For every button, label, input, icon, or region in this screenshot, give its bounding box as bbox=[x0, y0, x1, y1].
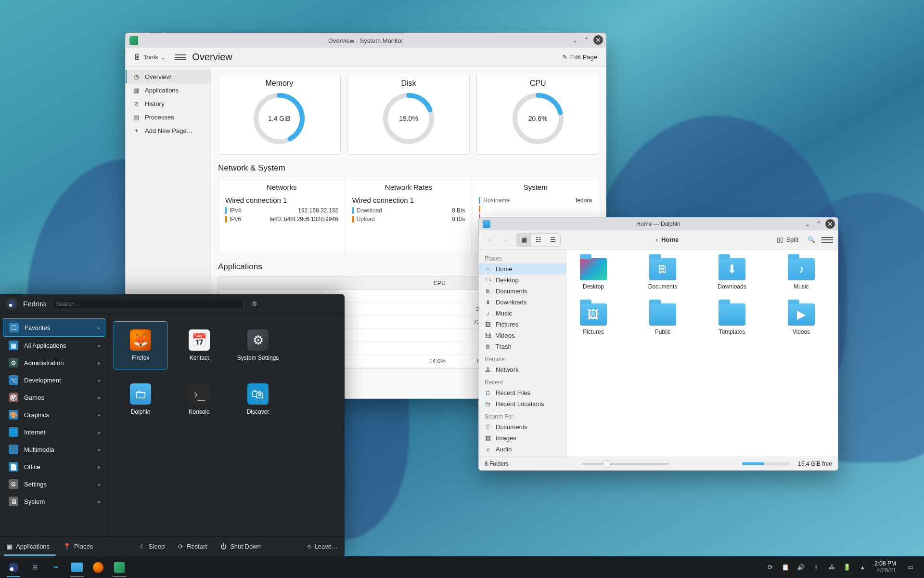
task-dolphin[interactable] bbox=[66, 556, 88, 578]
sidebar-item-history[interactable]: ⧄History bbox=[126, 97, 211, 110]
place-recent-locations[interactable]: 🗀Recent Locations bbox=[479, 398, 566, 409]
foot-sleep[interactable]: ☾Sleep bbox=[140, 543, 165, 550]
task-desktops[interactable]: ⊞ bbox=[24, 556, 45, 578]
app-discover[interactable]: 🛍Discover bbox=[231, 375, 285, 423]
app-dolphin[interactable]: 🗀Dolphin bbox=[114, 375, 167, 423]
folder-icon: ⬇ bbox=[719, 258, 745, 280]
sidebar-item-applications[interactable]: ▦Applications bbox=[126, 83, 211, 97]
network-icon[interactable]: 🖧 bbox=[827, 563, 836, 572]
show-desktop-button[interactable]: ▭ bbox=[900, 556, 921, 578]
task-pinned-1[interactable]: ▪▪ bbox=[45, 556, 66, 578]
menu-button[interactable] bbox=[821, 234, 833, 246]
close-button[interactable]: ✕ bbox=[593, 35, 603, 45]
hamburger-icon[interactable] bbox=[175, 52, 186, 63]
folder-downloads[interactable]: ⬇Downloads bbox=[708, 258, 756, 290]
folder-videos[interactable]: ▶Videos bbox=[777, 303, 825, 335]
cat-all[interactable]: ▦All Applications▸ bbox=[3, 337, 105, 354]
dolphin-titlebar[interactable]: Home — Dolphin ⌄ ⌃ ✕ bbox=[479, 218, 838, 230]
search-documents[interactable]: ☰Documents bbox=[479, 421, 566, 433]
folder-icon: 🗀 bbox=[130, 383, 151, 405]
folder-templates[interactable]: Templates bbox=[708, 303, 756, 335]
forward-button[interactable]: › bbox=[500, 234, 513, 246]
close-button[interactable]: ✕ bbox=[825, 219, 835, 229]
place-downloads[interactable]: ⬇Downloads bbox=[479, 297, 566, 308]
start-button[interactable] bbox=[3, 556, 24, 578]
pin-icon: 📍 bbox=[63, 543, 71, 550]
cat-development[interactable]: ⌥Development▸ bbox=[3, 371, 105, 389]
volume-icon[interactable]: 🔊 bbox=[796, 563, 805, 572]
edit-page-button[interactable]: ✎ Edit Page bbox=[559, 52, 600, 63]
sidebar-item-add-page[interactable]: ＋Add New Page… bbox=[126, 124, 211, 137]
search-audio[interactable]: ♫Audio bbox=[479, 444, 566, 455]
minimize-button[interactable]: ⌄ bbox=[570, 35, 580, 45]
launcher-footer: ▦Applications 📍Places ☾Sleep ⟳Restart ⏻S… bbox=[0, 536, 345, 556]
cat-graphics[interactable]: 🎨Graphics▸ bbox=[3, 406, 105, 423]
tools-menu[interactable]: 🗄 Tools ⌄ bbox=[131, 52, 169, 63]
foot-applications[interactable]: ▦Applications bbox=[7, 543, 50, 550]
bluetooth-icon[interactable]: ᚼ bbox=[812, 563, 821, 572]
music-icon: ♪ bbox=[485, 310, 491, 317]
cat-administration[interactable]: ⚙Administration▸ bbox=[3, 354, 105, 371]
battery-icon[interactable]: 🔋 bbox=[843, 563, 851, 572]
sidebar-item-overview[interactable]: ◷Overview bbox=[126, 70, 211, 83]
cat-favorites[interactable]: ☐Favorites▸ bbox=[3, 318, 105, 337]
search-images[interactable]: 🖼Images bbox=[479, 433, 566, 444]
place-videos[interactable]: 🎞Videos bbox=[479, 330, 566, 341]
compact-view-button[interactable]: ☷ bbox=[531, 234, 546, 246]
app-konsole[interactable]: ›_Konsole bbox=[172, 375, 226, 423]
cat-multimedia[interactable]: 🎵Multimedia▸ bbox=[3, 441, 105, 458]
details-view-button[interactable]: ☰ bbox=[546, 234, 560, 246]
place-network[interactable]: 🖧Network bbox=[479, 364, 566, 375]
cat-system[interactable]: 🖥System▸ bbox=[3, 493, 105, 510]
clipboard-icon[interactable]: 📋 bbox=[781, 563, 790, 572]
task-firefox[interactable] bbox=[88, 556, 109, 578]
zoom-slider[interactable] bbox=[516, 463, 734, 465]
sysmon-titlebar[interactable]: Overview - System Monitor ⌄ ⌃ ✕ bbox=[126, 33, 606, 48]
foot-places[interactable]: 📍Places bbox=[63, 543, 93, 550]
shop-icon: 🛍 bbox=[247, 383, 269, 405]
split-button[interactable]: ▯▯Split bbox=[774, 234, 801, 245]
folder-pictures[interactable]: 🖼Pictures bbox=[569, 303, 617, 335]
maximize-button[interactable]: ⌃ bbox=[582, 35, 591, 45]
app-kontact[interactable]: 📅Kontact bbox=[172, 321, 226, 369]
settings-icon[interactable]: ⚙ bbox=[248, 298, 261, 310]
app-system-settings[interactable]: ⚙System Settings bbox=[231, 321, 285, 369]
terminal-icon: ›_ bbox=[189, 383, 210, 405]
cat-games[interactable]: 🎲Games▸ bbox=[3, 389, 105, 406]
minimize-button[interactable]: ⌄ bbox=[803, 219, 812, 229]
updates-icon[interactable]: ⟳ bbox=[766, 563, 774, 572]
place-recent-files[interactable]: 🗋Recent Files bbox=[479, 387, 566, 398]
memory-ring: 1.4 GiB bbox=[252, 92, 306, 145]
cat-internet[interactable]: 🌐Internet▸ bbox=[3, 423, 105, 441]
place-documents[interactable]: 🗎Documents bbox=[479, 286, 566, 297]
folder-music[interactable]: ♪Music bbox=[777, 258, 825, 290]
maximize-button[interactable]: ⌃ bbox=[814, 219, 824, 229]
file-view[interactable]: Desktop 🗎Documents ⬇Downloads ♪Music 🖼Pi… bbox=[566, 250, 838, 457]
sidebar-item-processes[interactable]: ▤Processes bbox=[126, 110, 211, 124]
place-trash[interactable]: 🗑Trash bbox=[479, 341, 566, 352]
breadcrumb[interactable]: › Home bbox=[565, 236, 770, 243]
folder-documents[interactable]: 🗎Documents bbox=[639, 258, 687, 290]
task-sysmon[interactable] bbox=[109, 556, 130, 578]
search-button[interactable]: 🔍 bbox=[805, 234, 818, 246]
gauge-icon: ◷ bbox=[132, 73, 140, 80]
cat-office[interactable]: 📄Office▸ bbox=[3, 458, 105, 475]
clock[interactable]: 2:08 PM 4/26/21 bbox=[871, 561, 900, 574]
place-desktop[interactable]: 🖵Desktop bbox=[479, 275, 566, 286]
foot-restart[interactable]: ⟳Restart bbox=[178, 543, 207, 550]
place-pictures[interactable]: 🖼Pictures bbox=[479, 319, 566, 330]
foot-leave[interactable]: ⎋Leave… bbox=[308, 543, 338, 550]
foot-shutdown[interactable]: ⏻Shut Down bbox=[220, 543, 261, 550]
cat-settings[interactable]: ⚙Settings▸ bbox=[3, 475, 105, 493]
place-music[interactable]: ♪Music bbox=[479, 308, 566, 319]
plus-icon: ＋ bbox=[132, 127, 140, 134]
tray-expand-icon[interactable]: ▴ bbox=[858, 563, 867, 572]
back-button[interactable]: ‹ bbox=[484, 234, 496, 246]
sysmon-title: Overview - System Monitor bbox=[328, 37, 403, 44]
folder-desktop[interactable]: Desktop bbox=[569, 258, 617, 290]
icons-view-button[interactable]: ▦ bbox=[517, 234, 531, 246]
place-home[interactable]: ⌂Home bbox=[479, 263, 566, 275]
search-input[interactable] bbox=[51, 298, 244, 310]
app-firefox[interactable]: 🦊Firefox bbox=[114, 321, 167, 369]
folder-public[interactable]: Public bbox=[639, 303, 687, 335]
